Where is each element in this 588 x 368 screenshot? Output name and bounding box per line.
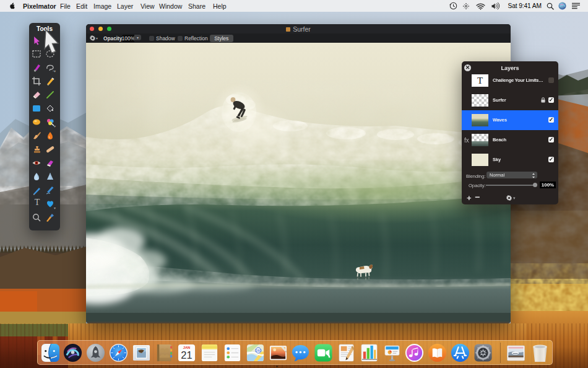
svg-text:21: 21 [181,349,192,361]
svg-text:280: 280 [255,349,261,353]
svg-text:JAN: JAN [183,346,191,349]
